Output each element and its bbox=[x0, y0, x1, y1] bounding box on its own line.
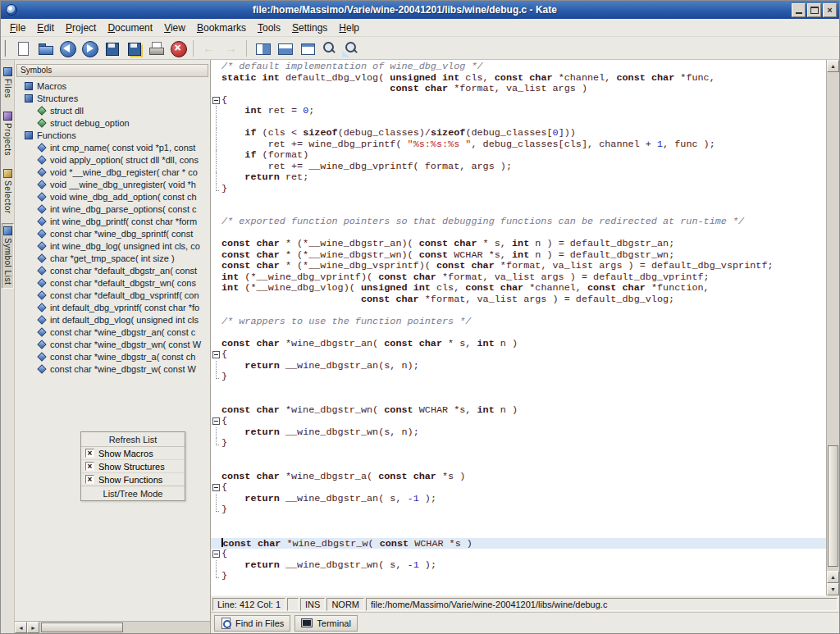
symbol-item[interactable]: Functions bbox=[15, 129, 210, 141]
scroll-down-button[interactable]: ▼ bbox=[827, 583, 839, 595]
checkbox-show-structures[interactable]: ×Show Structures bbox=[81, 460, 185, 473]
code-line[interactable]: return __wine_dbgstr_wn( s, -1 ); bbox=[211, 560, 826, 572]
fold-marker-icon[interactable] bbox=[212, 484, 220, 491]
symbol-item[interactable]: int wine_dbg_parse_options( const c bbox=[15, 203, 210, 215]
status-line-col[interactable]: Line: 412 Col: 1 bbox=[212, 598, 285, 611]
code-line[interactable]: return __wine_dbgstr_an(s, n); bbox=[211, 361, 826, 372]
code-line[interactable]: const char * (*__wine_dbgstr_an)( const … bbox=[211, 239, 826, 250]
maximize-button[interactable] bbox=[807, 3, 821, 17]
find-button[interactable] bbox=[317, 38, 340, 58]
minimize-button[interactable] bbox=[792, 3, 806, 17]
find-next-button[interactable] bbox=[340, 38, 362, 58]
code-line[interactable]: } bbox=[211, 184, 826, 195]
checkbox-show-functions[interactable]: ×Show Functions bbox=[81, 473, 185, 486]
forward-button[interactable] bbox=[78, 38, 100, 58]
code-line[interactable]: { bbox=[211, 482, 826, 494]
code-line[interactable]: const char *wine_dbgstr_wn( const WCHAR … bbox=[211, 405, 826, 417]
sidebar-tab-projects[interactable]: Projects bbox=[2, 108, 14, 159]
symbol-item[interactable]: void __wine_dbg_unregister( void *h bbox=[15, 178, 210, 190]
hscrollbar-thumb[interactable] bbox=[41, 623, 123, 632]
code-line[interactable]: const char *format, va_list args ) bbox=[211, 84, 826, 95]
title-bar[interactable]: file:/home/Massimo/Varie/wine-20041201/l… bbox=[1, 1, 839, 19]
code-line[interactable]: { bbox=[211, 416, 826, 427]
menu-file[interactable]: File bbox=[4, 21, 31, 35]
code-line[interactable]: ret += wine_dbg_printf( "%s:%s:%s ", deb… bbox=[211, 139, 826, 151]
back-button[interactable] bbox=[56, 38, 78, 58]
menu-help[interactable]: Help bbox=[333, 21, 365, 35]
code-line[interactable] bbox=[211, 383, 826, 395]
symbol-item[interactable]: const char *default_dbgstr_an( const bbox=[15, 264, 210, 276]
symbol-item[interactable]: const char *wine_dbg_sprintf( const bbox=[15, 227, 210, 239]
menu-bookmarks[interactable]: Bookmarks bbox=[191, 21, 252, 35]
symbol-item[interactable]: int wine_dbg_printf( const char *form bbox=[15, 215, 210, 227]
symbol-item[interactable]: const char *default_dbgstr_wn( cons bbox=[15, 276, 210, 289]
list-tree-mode-button[interactable]: List/Tree Mode bbox=[81, 486, 185, 500]
code-line[interactable]: } bbox=[211, 504, 826, 516]
symbol-item[interactable]: void wine_dbg_add_option( const ch bbox=[15, 190, 210, 203]
save-as-button[interactable] bbox=[122, 38, 144, 58]
code-line[interactable]: const char *wine_dbgstr_a( const char *s… bbox=[211, 472, 826, 483]
fold-marker-icon[interactable] bbox=[212, 351, 220, 358]
vscrollbar-thumb[interactable] bbox=[828, 445, 838, 567]
code-line[interactable] bbox=[211, 228, 826, 239]
symbol-item[interactable]: Macros bbox=[15, 80, 210, 92]
code-line[interactable]: /* exported function pointers so that de… bbox=[211, 217, 826, 228]
code-line[interactable]: } bbox=[211, 372, 826, 383]
menu-tools[interactable]: Tools bbox=[252, 21, 286, 35]
code-line[interactable]: const char *wine_dbgstr_an( const char *… bbox=[211, 339, 826, 350]
code-line[interactable]: const char * (*__wine_dbg_vsprintf)( con… bbox=[211, 261, 826, 272]
sidebar-tab-selector[interactable]: Selector bbox=[2, 166, 14, 217]
code-line[interactable] bbox=[211, 194, 826, 206]
code-line[interactable] bbox=[211, 394, 826, 405]
fold-marker-icon[interactable] bbox=[212, 417, 220, 425]
symbol-item[interactable]: Structures bbox=[15, 92, 210, 104]
fold-marker-icon[interactable] bbox=[212, 97, 220, 104]
checkbox-show-macros[interactable]: ×Show Macros bbox=[81, 447, 185, 460]
close-split-button[interactable] bbox=[295, 38, 317, 58]
code-line[interactable] bbox=[211, 117, 826, 129]
symbol-item[interactable]: struct debug_option bbox=[15, 116, 210, 129]
code-line[interactable]: const char *wine_dbgstr_w( const WCHAR *… bbox=[211, 538, 826, 550]
refresh-list-button[interactable]: Refresh List bbox=[81, 432, 185, 447]
menu-edit[interactable]: Edit bbox=[31, 21, 60, 35]
print-button[interactable] bbox=[144, 38, 167, 58]
symbol-item[interactable]: int default_dbg_vlog( unsigned int cls bbox=[15, 313, 210, 326]
code-line[interactable] bbox=[211, 206, 826, 217]
code-line[interactable] bbox=[211, 449, 826, 461]
scroll-left-button[interactable]: ◄ bbox=[15, 622, 27, 633]
open-file-button[interactable] bbox=[34, 38, 56, 58]
scroll-right-button[interactable]: ► bbox=[27, 622, 39, 633]
fold-marker-icon[interactable] bbox=[212, 550, 220, 558]
symbol-item[interactable]: const char *wine_dbgstr_w( const W bbox=[15, 363, 210, 375]
code-line[interactable]: if (format) bbox=[211, 150, 826, 162]
scroll-up-button[interactable]: ▲ bbox=[827, 60, 839, 72]
code-line[interactable] bbox=[211, 460, 826, 472]
code-line[interactable] bbox=[211, 327, 826, 339]
sidebar-hscrollbar[interactable]: ◄ ► bbox=[15, 621, 210, 633]
code-line[interactable] bbox=[211, 516, 826, 527]
code-line[interactable] bbox=[211, 305, 826, 317]
symbol-item[interactable]: int wine_dbg_log( unsigned int cls, co bbox=[15, 239, 210, 252]
status-selection-mode[interactable]: NORM bbox=[326, 598, 364, 611]
code-line[interactable]: ret += __wine_dbg_vprintf( format, args … bbox=[211, 162, 826, 173]
split-horizontal-button[interactable] bbox=[273, 38, 295, 58]
menu-document[interactable]: Document bbox=[102, 21, 158, 35]
menu-view[interactable]: View bbox=[158, 21, 191, 35]
code-line[interactable]: const char *format, va_list args ) = def… bbox=[211, 294, 826, 306]
code-line[interactable]: { bbox=[211, 549, 826, 560]
split-vertical-button[interactable] bbox=[251, 38, 273, 58]
symbol-item[interactable]: void apply_option( struct dll *dll, cons bbox=[15, 153, 210, 166]
close-button[interactable]: × bbox=[823, 3, 837, 17]
code-line[interactable]: { bbox=[211, 349, 826, 361]
hscrollbar-track[interactable] bbox=[39, 622, 210, 633]
symbol-item[interactable]: void *__wine_dbg_register( char * co bbox=[15, 166, 210, 178]
code-line[interactable]: { bbox=[211, 95, 826, 107]
code-line[interactable]: return __wine_dbgstr_an( s, -1 ); bbox=[211, 494, 826, 505]
code-line[interactable]: int (*__wine_dbg_vprintf)( const char *f… bbox=[211, 272, 826, 284]
code-line[interactable]: const char * (*__wine_dbgstr_wn)( const … bbox=[211, 250, 826, 262]
symbol-item[interactable]: const char *wine_dbgstr_a( const ch bbox=[15, 350, 210, 363]
code-line[interactable]: /* default implementation of wine_dbg_vl… bbox=[211, 62, 826, 73]
code-line[interactable]: /* wrappers to use the function pointers… bbox=[211, 317, 826, 328]
status-insert-mode[interactable]: INS bbox=[300, 598, 325, 611]
code-editor[interactable]: /* default implementation of wine_dbg_vl… bbox=[211, 60, 826, 595]
